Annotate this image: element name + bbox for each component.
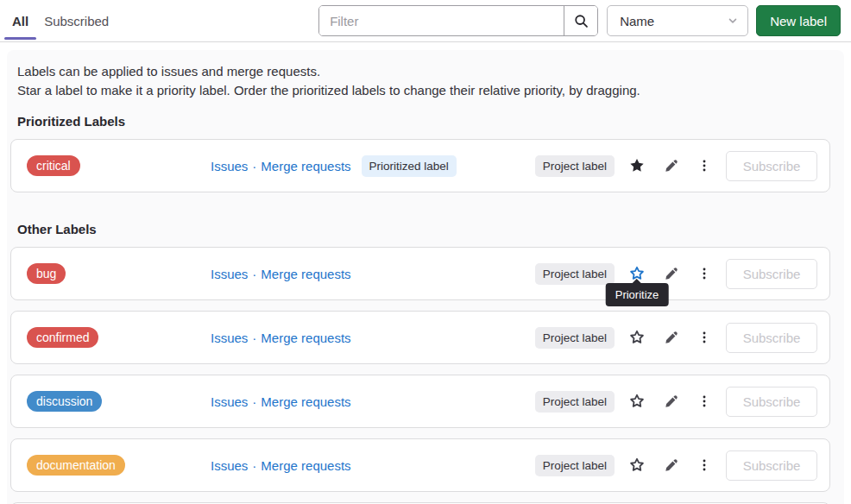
label-badge-documentation[interactable]: documentation bbox=[27, 455, 125, 476]
sort-dropdown-value: Name bbox=[620, 14, 654, 28]
star-outline-icon bbox=[629, 330, 645, 345]
star-filled-icon bbox=[629, 158, 645, 173]
link-separator: · bbox=[252, 159, 256, 173]
description-line-1: Labels can be applied to issues and merg… bbox=[17, 62, 830, 81]
star-outline-icon bbox=[629, 457, 645, 473]
label-options-kebab-button[interactable] bbox=[690, 152, 718, 180]
link-separator: · bbox=[252, 331, 256, 345]
merge-requests-link[interactable]: Merge requests bbox=[261, 159, 350, 173]
link-separator: · bbox=[252, 267, 256, 281]
label-options-kebab-button[interactable] bbox=[690, 451, 718, 479]
edit-label-button[interactable] bbox=[657, 152, 684, 180]
label-options-kebab-button[interactable] bbox=[690, 324, 718, 351]
description-line-2: Star a label to make it a priority label… bbox=[17, 81, 830, 100]
tab-all[interactable]: All bbox=[4, 0, 36, 41]
sort-dropdown[interactable]: Name bbox=[607, 5, 748, 36]
prioritize-tooltip: Prioritize bbox=[606, 283, 669, 306]
labels-toolbar: All Subscribed Name New label bbox=[0, 0, 851, 42]
label-row-confirmed: confirmed Issues · Merge requests Projec… bbox=[10, 311, 830, 364]
kebab-menu-icon bbox=[697, 159, 711, 173]
issues-link[interactable]: Issues bbox=[211, 394, 248, 409]
pencil-icon bbox=[664, 159, 678, 173]
prioritize-star-button[interactable] bbox=[623, 324, 651, 351]
pencil-icon bbox=[664, 267, 678, 281]
pencil-icon bbox=[664, 458, 678, 473]
issues-link[interactable]: Issues bbox=[211, 458, 248, 473]
labels-description: Labels can be applied to issues and merg… bbox=[10, 62, 830, 99]
filter-group bbox=[318, 5, 598, 36]
subscribe-button[interactable]: Subscribe bbox=[726, 450, 817, 481]
prioritize-star-button[interactable] bbox=[623, 387, 651, 415]
label-row-bug: bug Issues · Merge requests Project labe… bbox=[10, 247, 830, 300]
kebab-menu-icon bbox=[697, 331, 711, 344]
label-row-discussion: discussion Issues · Merge requests Proje… bbox=[10, 375, 830, 428]
edit-label-button[interactable] bbox=[657, 387, 684, 415]
label-row-critical: critical Issues · Merge requests Priorit… bbox=[10, 139, 830, 192]
label-tabs: All Subscribed bbox=[4, 0, 117, 41]
merge-requests-link[interactable]: Merge requests bbox=[261, 394, 350, 409]
link-separator: · bbox=[252, 394, 256, 409]
search-button[interactable] bbox=[564, 6, 597, 35]
link-separator: · bbox=[252, 458, 256, 473]
issues-link[interactable]: Issues bbox=[211, 159, 248, 173]
subscribe-button[interactable]: Subscribe bbox=[726, 323, 817, 353]
unprioritize-star-button[interactable] bbox=[623, 152, 651, 180]
project-label-badge: Project label bbox=[535, 327, 615, 349]
prioritized-labels-heading: Prioritized Labels bbox=[10, 114, 830, 129]
pencil-icon bbox=[664, 394, 678, 409]
label-options-kebab-button[interactable] bbox=[690, 387, 718, 415]
subscribe-button[interactable]: Subscribe bbox=[726, 259, 817, 289]
other-labels-heading: Other Labels bbox=[10, 222, 830, 236]
project-label-badge: Project label bbox=[535, 263, 615, 285]
label-badge-discussion[interactable]: discussion bbox=[27, 391, 102, 412]
project-label-badge: Project label bbox=[535, 155, 615, 177]
subscribe-button[interactable]: Subscribe bbox=[726, 387, 817, 417]
toolbar-controls: Name New label bbox=[318, 5, 841, 36]
kebab-menu-icon bbox=[697, 267, 711, 280]
label-row-documentation: documentation Issues · Merge requests Pr… bbox=[10, 438, 830, 492]
pencil-icon bbox=[664, 331, 678, 345]
label-badge-bug[interactable]: bug bbox=[27, 263, 66, 284]
chevron-down-icon bbox=[727, 15, 739, 27]
merge-requests-link[interactable]: Merge requests bbox=[261, 267, 350, 281]
filter-input[interactable] bbox=[319, 6, 564, 35]
merge-requests-link[interactable]: Merge requests bbox=[261, 331, 350, 345]
label-options-kebab-button[interactable] bbox=[690, 260, 718, 287]
star-outline-icon bbox=[629, 394, 645, 409]
issues-link[interactable]: Issues bbox=[211, 267, 248, 281]
new-label-button[interactable]: New label bbox=[756, 5, 841, 36]
prioritized-label-badge: Prioritized label bbox=[362, 155, 457, 177]
project-label-badge: Project label bbox=[535, 455, 615, 476]
label-badge-critical[interactable]: critical bbox=[27, 155, 80, 176]
edit-label-button[interactable] bbox=[657, 324, 684, 351]
subscribe-button[interactable]: Subscribe bbox=[726, 151, 817, 181]
issues-link[interactable]: Issues bbox=[211, 331, 248, 345]
prioritize-star-button[interactable] bbox=[623, 451, 651, 479]
project-label-badge: Project label bbox=[535, 391, 615, 413]
merge-requests-link[interactable]: Merge requests bbox=[261, 458, 350, 473]
kebab-menu-icon bbox=[697, 394, 711, 408]
labels-container: Labels can be applied to issues and merg… bbox=[7, 50, 844, 504]
tab-subscribed[interactable]: Subscribed bbox=[36, 0, 117, 41]
kebab-menu-icon bbox=[697, 458, 711, 472]
edit-label-button[interactable] bbox=[657, 451, 684, 479]
search-icon bbox=[574, 14, 589, 28]
prioritize-star-button[interactable]: Prioritize bbox=[623, 260, 651, 287]
label-badge-confirmed[interactable]: confirmed bbox=[27, 327, 98, 348]
